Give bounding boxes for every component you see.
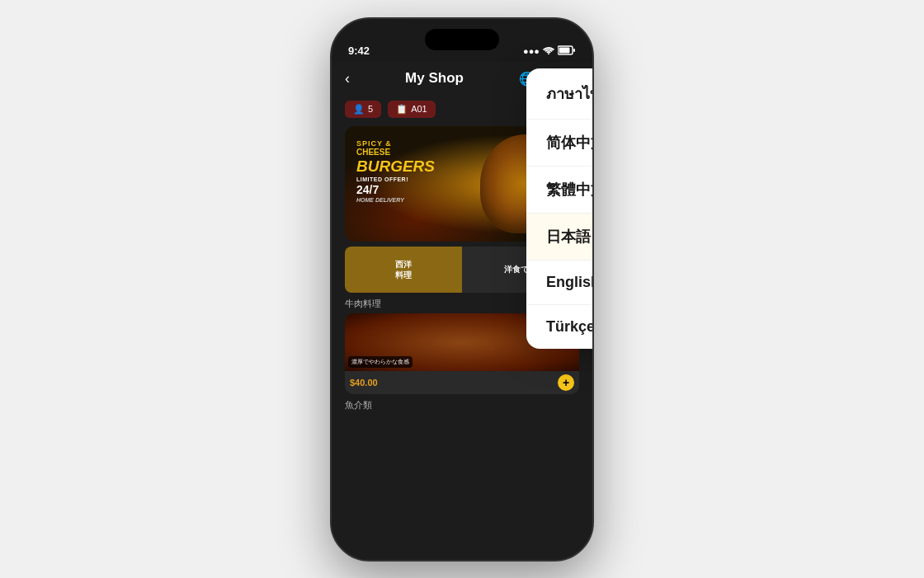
battery-icon bbox=[558, 45, 576, 57]
language-option-turkish[interactable]: Türkçe bbox=[526, 305, 594, 349]
food-badge-1: 濃厚でやわらかな食感 bbox=[348, 356, 412, 368]
language-zh-hant-label: 繁體中文 bbox=[546, 180, 594, 200]
phone-frame: 9:42 ●●● bbox=[330, 17, 594, 562]
wifi-icon bbox=[543, 46, 554, 56]
language-option-thai[interactable]: ภาษาไทย bbox=[526, 68, 594, 120]
table-icon: 📋 bbox=[396, 104, 408, 115]
banner-text: SPICY & CHEESE Burgers LIMITED OFFER! 24… bbox=[356, 139, 435, 204]
svg-rect-1 bbox=[559, 47, 570, 53]
category-western-label: 西洋料理 bbox=[395, 259, 412, 280]
language-dropdown: ภาษาไทย 简体中文 繁體中文 日本語 ✓ English Türkçe bbox=[526, 68, 594, 349]
page-title: My Shop bbox=[405, 70, 464, 87]
banner-line1: SPICY & bbox=[356, 139, 435, 148]
category-western[interactable]: 西洋料理 bbox=[345, 247, 462, 293]
signal-bars-icon: ●●● bbox=[523, 46, 540, 56]
banner-line5: 24/7 bbox=[356, 183, 435, 197]
food-price-row-1: $40.00 + bbox=[345, 371, 579, 394]
language-zh-hans-label: 简体中文 bbox=[546, 133, 594, 153]
food-price-1: $40.00 bbox=[350, 378, 378, 388]
table-id: A01 bbox=[411, 104, 427, 114]
language-option-zh-hans[interactable]: 简体中文 bbox=[526, 120, 594, 167]
table-tag: 📋 A01 bbox=[388, 101, 436, 118]
language-option-zh-hant[interactable]: 繁體中文 bbox=[526, 167, 594, 214]
food-sub-label: 魚介類 bbox=[345, 399, 579, 411]
language-option-japanese[interactable]: 日本語 ✓ bbox=[526, 214, 594, 261]
add-to-cart-button-1[interactable]: + bbox=[558, 374, 574, 391]
customer-icon: 👤 bbox=[353, 104, 365, 115]
language-english-label: English bbox=[546, 274, 594, 291]
status-time: 9:42 bbox=[348, 45, 370, 57]
language-option-english[interactable]: English bbox=[526, 261, 594, 305]
language-japanese-label: 日本語 bbox=[546, 227, 591, 247]
banner-line4: LIMITED OFFER! bbox=[356, 176, 435, 183]
banner-line2: CHEESE bbox=[356, 148, 435, 157]
status-icons: ●●● bbox=[523, 45, 576, 57]
dynamic-island bbox=[425, 29, 499, 50]
banner-line6: Home Delivery bbox=[356, 197, 435, 204]
customer-tag: 👤 5 bbox=[345, 101, 381, 118]
scene: 9:42 ●●● bbox=[66, 9, 858, 570]
language-turkish-label: Türkçe bbox=[546, 318, 594, 336]
customer-count: 5 bbox=[368, 104, 373, 114]
svg-rect-2 bbox=[573, 49, 575, 52]
banner-line3: Burgers bbox=[356, 157, 435, 176]
language-thai-label: ภาษาไทย bbox=[546, 82, 594, 106]
back-button[interactable]: ‹ bbox=[345, 70, 350, 87]
